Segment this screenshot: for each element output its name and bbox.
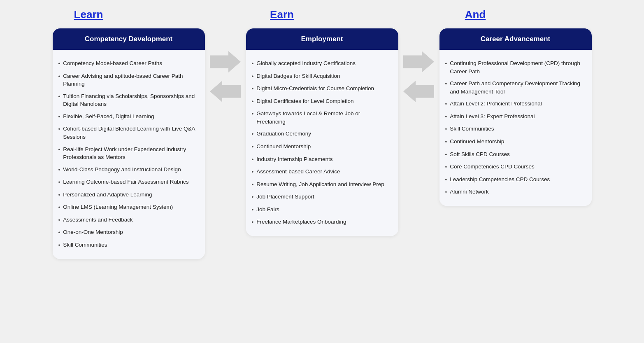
earn-card: Employment Globally accepted Industry Ce… [246,28,398,236]
learn-card: Competency Development Competency Model-… [53,28,205,259]
list-item: Learning Outcome-based Fair Assessment R… [58,176,197,189]
list-item: Attain Level 3: Expert Professional [445,110,584,123]
list-item: Job Fairs [252,203,390,216]
arrow-right-1 [210,51,241,72]
columns-row: Competency Development Competency Model-… [12,28,632,259]
list-item: Career Path and Competency Development T… [445,77,584,98]
list-item: Digital Micro-Credentials for Course Com… [252,82,390,95]
earn-column: Employment Globally accepted Industry Ce… [246,28,398,236]
list-item: Career Advising and aptitude-based Caree… [58,70,197,90]
earn-card-header: Employment [246,28,398,50]
list-item: Leadership Competencies CPD Courses [445,173,584,186]
arrows-1 [205,28,246,102]
list-item: Resume Writing, Job Application and Inte… [252,178,390,191]
list-item: Alumni Network [445,186,584,198]
list-item: Competency Model-based Career Paths [58,57,197,70]
heading-learn: Learn [74,8,103,21]
list-item: Globally accepted Industry Certification… [252,57,390,70]
prosper-list: Continuing Professional Development (CPD… [445,57,584,198]
list-item: Continuing Professional Development (CPD… [445,57,584,77]
list-item: Real-life Project Work under Experienced… [58,143,197,163]
prosper-card-header: Career Advancement [439,28,592,50]
heading-and: And [465,8,486,21]
earn-card-body: Globally accepted Industry Certification… [246,50,398,236]
list-item: Gateways towards Local & Remote Job or F… [252,107,390,128]
arrow-left-1 [210,81,241,102]
list-item: One-on-One Mentorship [58,226,197,239]
list-item: Job Placement Support [252,191,390,203]
page-wrapper: Learn Earn And Prosper Competency Develo… [0,0,644,271]
prosper-card: Career Advancement Continuing Profession… [439,28,592,206]
arrow-left-2 [403,81,434,102]
list-item: Flexible, Self-Paced, Digital Learning [58,110,197,123]
heading-earn: Earn [270,8,294,21]
list-item: Soft Skills CPD Courses [445,148,584,161]
arrows-2 [398,28,439,102]
list-item: Digital Certificates for Level Completio… [252,95,390,108]
list-item: Personalized and Adaptive Learning [58,189,197,201]
learn-list: Competency Model-based Career Paths Care… [58,57,197,252]
learn-card-header: Competency Development [53,28,205,50]
list-item: Industry Internship Placements [252,153,390,166]
list-item: Attain Level 2: Proficient Professional [445,98,584,110]
list-item: Online LMS (Learning Management System) [58,201,197,214]
learn-column: Competency Development Competency Model-… [53,28,205,259]
list-item: Skill Communities [445,123,584,135]
list-item: Assessments and Feedback [58,214,197,226]
list-item: Assessment-based Career Advice [252,166,390,178]
list-item: Tuition Financing via Scholarships, Spon… [58,90,197,110]
list-item: Continued Mentorship [252,140,390,153]
learn-card-body: Competency Model-based Career Paths Care… [53,50,205,259]
list-item: Skill Communities [58,239,197,252]
prosper-card-body: Continuing Professional Development (CPD… [439,50,592,206]
earn-list: Globally accepted Industry Certification… [252,57,390,229]
list-item: Digital Badges for Skill Acquisition [252,70,390,83]
arrow-right-2 [403,51,434,72]
top-headings: Learn Earn And Prosper [12,8,632,21]
list-item: Core Competencies CPD Courses [445,161,584,173]
list-item: Continued Mentorship [445,135,584,148]
list-item: Graduation Ceremony [252,128,390,140]
list-item: Cohort-based Digital Blended Learning wi… [58,123,197,143]
list-item: Freelance Marketplaces Onboarding [252,216,390,229]
prosper-column: Career Advancement Continuing Profession… [439,28,592,206]
list-item: World-Class Pedagogy and Instructional D… [58,163,197,176]
